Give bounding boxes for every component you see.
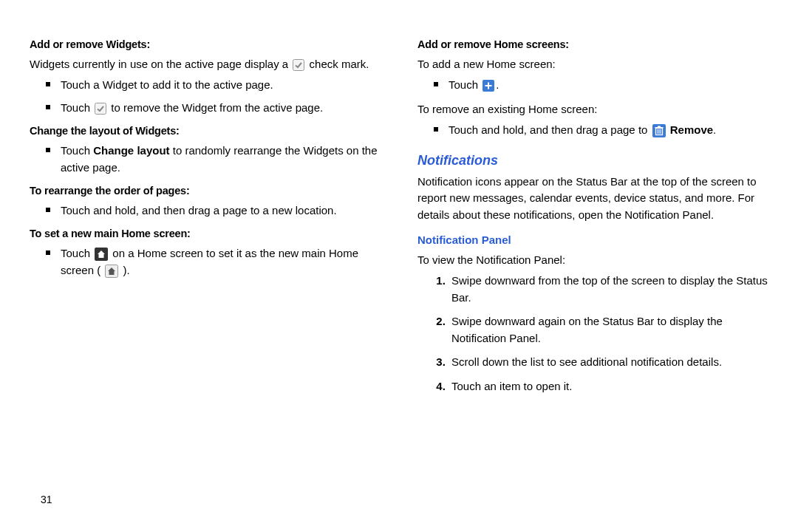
bullet-item: Touch and hold, and then drag a page to … xyxy=(434,122,768,139)
para-add-home-screen: To add a new Home screen: xyxy=(417,56,768,73)
text-fragment: Touch and hold, and then drag a page to … xyxy=(61,204,337,216)
heading-add-remove-widgets: Add or remove Widgets: xyxy=(30,37,381,53)
text-fragment: Scroll down the list to see additional n… xyxy=(451,355,722,368)
numbered-item: Scroll down the list to see additional n… xyxy=(449,354,768,371)
text-fragment: Touch xyxy=(61,247,93,259)
text-fragment: Touch and hold, and then drag a page to xyxy=(449,123,651,136)
svg-rect-10 xyxy=(658,126,661,128)
text-fragment: ). xyxy=(120,264,129,276)
bullet-list: Touch and hold, and then drag a page to … xyxy=(30,202,381,219)
trash-icon xyxy=(652,124,666,137)
checkmark-outline-icon xyxy=(293,59,304,71)
heading-change-layout: Change the layout of Widgets: xyxy=(30,123,381,140)
heading-rearrange-pages: To rearrange the order of pages: xyxy=(30,183,381,200)
bullet-item: Touch on a Home screen to set it as the … xyxy=(46,245,381,279)
text-fragment: Swipe downward from the top of the scree… xyxy=(451,274,768,304)
para-remove-home-screen: To remove an existing Home screen: xyxy=(417,101,768,118)
numbered-item: Swipe downward again on the Status Bar t… xyxy=(449,313,768,347)
bullet-list: Touch Change layout to randomly rearrang… xyxy=(30,143,381,176)
bold-text: Remove xyxy=(670,123,713,136)
numbered-item: Swipe downward from the top of the scree… xyxy=(449,273,768,306)
bullet-item: Touch and hold, and then drag a page to … xyxy=(46,202,381,219)
bullet-list: Touch . xyxy=(417,77,768,94)
text-fragment: Touch xyxy=(61,101,93,114)
bullet-list: Touch and hold, and then drag a page to … xyxy=(417,122,768,139)
manual-page: Add or remove Widgets: Widgets currently… xyxy=(0,0,798,417)
text-fragment: Touch a Widget to add it to the active p… xyxy=(61,78,273,91)
text-fragment: Widgets currently in use on the active p… xyxy=(30,58,288,70)
svg-rect-0 xyxy=(293,59,304,70)
svg-rect-6 xyxy=(485,85,492,86)
plus-icon xyxy=(482,80,494,92)
bullet-list: Touch on a Home screen to set it as the … xyxy=(30,245,381,279)
text-fragment: check mark. xyxy=(310,58,369,70)
text-fragment: Touch an item to open it. xyxy=(451,380,572,392)
text-fragment: Touch xyxy=(449,78,481,91)
heading-set-main-home: To set a new main Home screen: xyxy=(30,226,381,242)
text-fragment: . xyxy=(713,123,716,136)
home-light-icon xyxy=(105,265,118,278)
numbered-list: Swipe downward from the top of the scree… xyxy=(417,273,768,395)
checkmark-outline-icon xyxy=(95,103,106,115)
para-notifications-intro: Notification icons appear on the Status … xyxy=(417,174,768,224)
section-notifications: Notifications xyxy=(417,151,768,171)
bullet-item: Touch to remove the Widget from the acti… xyxy=(46,100,381,117)
bullet-item: Touch Change layout to randomly rearrang… xyxy=(46,143,381,176)
subheading-notification-panel: Notification Panel xyxy=(417,232,768,249)
numbered-item: Touch an item to open it. xyxy=(449,378,768,395)
para-widgets-intro: Widgets currently in use on the active p… xyxy=(30,56,381,73)
bold-text: Change layout xyxy=(93,144,169,157)
text-fragment: to remove the Widget from the active pag… xyxy=(108,101,323,114)
bullet-item: Touch . xyxy=(434,77,768,94)
right-column: Add or remove Home screens: To add a new… xyxy=(417,30,768,402)
heading-add-remove-home-screens: Add or remove Home screens: xyxy=(417,37,768,53)
text-fragment: Swipe downward again on the Status Bar t… xyxy=(451,315,723,344)
bullet-item: Touch a Widget to add it to the active p… xyxy=(46,77,381,94)
home-dark-icon xyxy=(95,248,108,261)
text-fragment: . xyxy=(496,78,499,91)
svg-rect-1 xyxy=(95,103,106,114)
text-fragment: Touch xyxy=(61,144,93,157)
page-number: 31 xyxy=(41,494,52,505)
left-column: Add or remove Widgets: Widgets currently… xyxy=(30,30,381,402)
svg-rect-9 xyxy=(655,127,663,129)
bullet-list: Touch a Widget to add it to the active p… xyxy=(30,77,381,116)
para-view-notification-panel: To view the Notification Panel: xyxy=(417,252,768,269)
